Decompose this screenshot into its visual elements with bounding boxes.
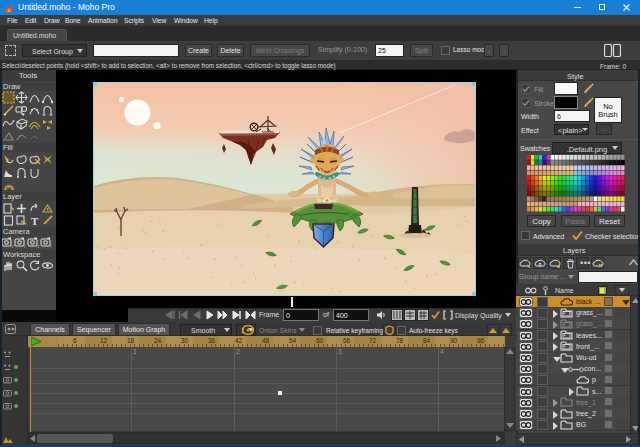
svg-text:Workspace: Workspace [3,250,40,259]
svg-text:T: T [31,215,39,227]
svg-text:Fill: Fill [3,143,13,152]
svg-text:Draw: Draw [3,82,21,91]
svg-text:Camera: Camera [3,227,31,236]
svg-text:Layer: Layer [3,192,22,201]
svg-text:Tools: Tools [19,71,38,80]
